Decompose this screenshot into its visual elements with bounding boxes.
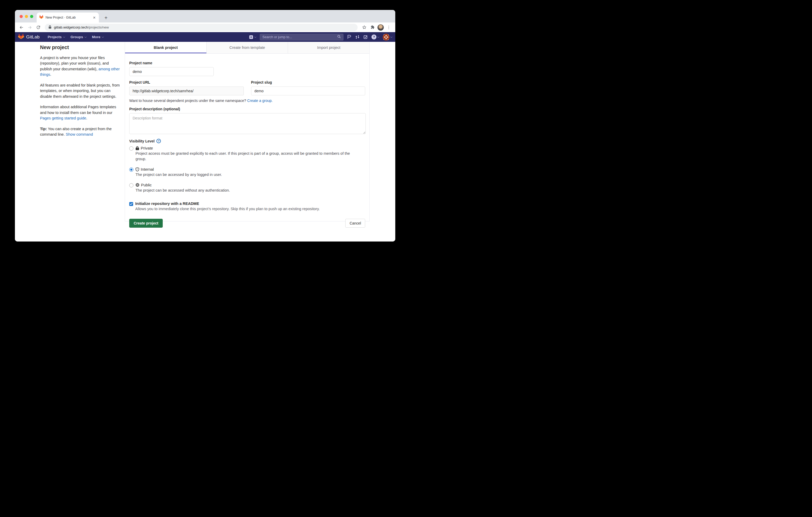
browser-profile-avatar[interactable] [377, 24, 384, 31]
tab-import-project[interactable]: Import project [288, 42, 369, 53]
issues-icon[interactable] [347, 35, 352, 39]
browser-menu-kebab-icon[interactable]: ⋮ [385, 24, 392, 31]
gitlab-wordmark: GitLab [26, 34, 39, 40]
gitlab-navbar: GitLab Projects Groups More [15, 32, 395, 42]
visibility-help-icon[interactable]: ? [156, 139, 161, 143]
visibility-option-private: Private Project access must be granted e… [129, 146, 365, 165]
browser-toolbar: gitlab.widgetcorp.tech/projects/new ⋮ [15, 23, 395, 32]
readme-description: Allows you to immediately clone this pro… [135, 207, 365, 211]
url-text: gitlab.widgetcorp.tech/projects/new [54, 25, 109, 29]
new-tab-button[interactable]: + [102, 14, 110, 22]
pages-guide-link[interactable]: Pages getting started guide [40, 116, 86, 120]
forward-icon [26, 24, 33, 31]
sidebar-paragraph: A project is where you house your files … [40, 55, 121, 78]
user-avatar [383, 34, 389, 40]
visibility-level-label: Visibility Level [129, 139, 154, 143]
create-project-button[interactable]: Create project [129, 219, 163, 227]
user-menu-button[interactable] [383, 34, 392, 40]
window-controls [20, 15, 33, 18]
tab-close-icon[interactable]: ✕ [92, 16, 96, 20]
project-url-input[interactable] [129, 87, 244, 95]
project-type-tabs: Blank project Create from template Impor… [125, 42, 369, 54]
tab-create-from-template[interactable]: Create from template [207, 42, 288, 53]
project-name-input[interactable] [129, 67, 214, 76]
search-icon [337, 35, 341, 39]
project-url-label: Project URL [129, 80, 244, 84]
gitlab-tanuki-logo-icon [18, 33, 24, 40]
globe-icon [136, 183, 139, 187]
page-title: New project [40, 44, 121, 51]
project-slug-label: Project slug [251, 80, 366, 84]
lock-icon [136, 146, 139, 150]
readme-option: Initialize repository with a README [129, 202, 365, 206]
visibility-option-internal: Internal The project can be accessed by … [129, 167, 365, 181]
gitlab-brand[interactable]: GitLab [18, 33, 39, 40]
chevron-down-icon [63, 35, 65, 38]
plus-square-icon [249, 35, 253, 39]
zoom-window-button[interactable] [30, 15, 33, 18]
new-menu-button[interactable] [249, 35, 256, 39]
bookmark-star-icon[interactable] [361, 24, 368, 31]
navbar-item-projects[interactable]: Projects [45, 32, 67, 42]
navbar-item-more[interactable]: More [89, 32, 107, 42]
internal-radio[interactable] [129, 168, 134, 172]
chevron-down-icon [102, 35, 104, 38]
new-project-form: Project name Project URL Project slug Wa… [125, 54, 369, 232]
shield-icon [136, 167, 139, 172]
close-window-button[interactable] [20, 15, 23, 18]
sidebar-tip: Tip: You can also create a project from … [40, 126, 121, 138]
chevron-down-icon [377, 35, 379, 38]
minimize-window-button[interactable] [25, 15, 28, 18]
browser-tab[interactable]: New Project · GitLab ✕ [37, 12, 99, 23]
chevron-down-icon [390, 35, 393, 38]
search-input[interactable] [262, 35, 337, 39]
help-question-icon: ? [372, 34, 376, 39]
readme-label: Initialize repository with a README [135, 202, 199, 206]
readme-checkbox[interactable] [129, 202, 133, 206]
navbar-item-groups[interactable]: Groups [68, 32, 89, 42]
sidebar-paragraph: All features are enabled for blank proje… [40, 83, 121, 99]
lock-icon [49, 25, 52, 30]
chevron-down-icon [254, 35, 256, 38]
url-bar[interactable]: gitlab.widgetcorp.tech/projects/new [45, 24, 357, 31]
tab-title: New Project · GitLab [46, 16, 90, 19]
extensions-puzzle-icon[interactable] [369, 24, 376, 31]
project-name-label: Project name [129, 61, 365, 65]
create-group-link[interactable]: Create a group. [247, 98, 272, 103]
cancel-button[interactable]: Cancel [345, 219, 365, 227]
reload-icon[interactable] [35, 24, 41, 31]
browser-window: New Project · GitLab ✕ + gitlab.widgetco… [15, 10, 395, 242]
browser-tab-strip: New Project · GitLab ✕ + [15, 10, 395, 23]
visibility-option-public: Public The project can be accessed witho… [129, 183, 365, 197]
show-command-link[interactable]: Show command [66, 132, 93, 136]
namespace-hint: Want to house several dependent projects… [129, 98, 365, 103]
merge-requests-icon[interactable] [355, 35, 360, 39]
private-radio[interactable] [129, 146, 134, 151]
page-content: New project A project is where you house… [15, 42, 395, 242]
global-search-box[interactable] [260, 34, 344, 40]
project-description-textarea[interactable] [129, 113, 366, 134]
project-description-label: Project description (optional) [129, 107, 365, 111]
gitlab-favicon-icon [39, 15, 44, 20]
public-radio[interactable] [129, 183, 134, 187]
sidebar-paragraph: Information about additional Pages templ… [40, 104, 121, 121]
project-slug-input[interactable] [251, 87, 366, 95]
page-sidebar: New project A project is where you house… [40, 44, 121, 142]
new-project-panel: Blank project Create from template Impor… [125, 42, 370, 221]
chevron-down-icon [84, 35, 86, 38]
todos-icon[interactable] [364, 35, 368, 39]
help-menu-button[interactable]: ? [372, 34, 379, 39]
tab-blank-project[interactable]: Blank project [125, 42, 207, 53]
back-icon[interactable] [18, 24, 25, 31]
